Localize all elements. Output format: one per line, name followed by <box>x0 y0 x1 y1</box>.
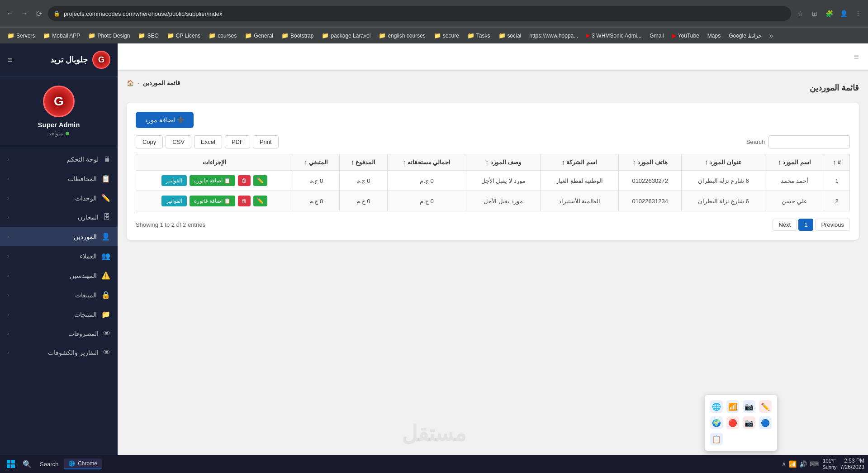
address-bar[interactable]: 🔒 projects.commacodes.com/wherehouse/pub… <box>48 6 791 21</box>
add-invoice-button[interactable]: 📋 اضافة فاتورة <box>190 196 236 206</box>
add-supplier-button[interactable]: ➕ اضافة مورد <box>136 112 194 128</box>
sidebar-item-provinces[interactable]: 📋 المحافظات ‹ <box>0 169 118 188</box>
bookmark-package-laravel[interactable]: 📁 package Laravel <box>318 31 374 40</box>
bookmark-courses[interactable]: 📁 courses <box>205 31 240 40</box>
start-button[interactable] <box>4 457 18 471</box>
sidebar-item-label: المبيعات <box>75 291 97 299</box>
cell-actions: الفواتير 📋 اضافة فاتورة 🗑 ✏️ <box>136 191 293 211</box>
tray-icon-blue[interactable]: 🔵 <box>759 416 772 429</box>
bookmark-cp-licens[interactable]: 📁 CP Licens <box>163 31 204 40</box>
bookmark-maps[interactable]: Maps <box>704 31 724 40</box>
bookmark-icon[interactable]: ☆ <box>794 7 806 20</box>
folder-icon: 📁 <box>167 32 174 39</box>
sidebar-item-dashboard[interactable]: 🖥 لوحة التحكم ‹ <box>0 150 118 169</box>
copy-button[interactable]: Copy <box>136 135 163 148</box>
folder-icon: 📁 <box>7 32 14 39</box>
reload-button[interactable]: ⟳ <box>33 7 45 20</box>
tray-chevron-icon[interactable]: ∧ <box>782 460 786 468</box>
tray-icon-globe[interactable]: 🌍 <box>710 416 723 429</box>
bookmark-hoppa[interactable]: https://www.hoppa... <box>526 31 582 40</box>
sidebar-item-suppliers[interactable]: 👤 الموردين ‹ <box>0 227 118 246</box>
breadcrumb-current: قائمة الموردين <box>143 80 180 86</box>
bookmark-whmsonic[interactable]: ▶ 3 WHMSonic Admi... <box>583 31 645 40</box>
sidebar-item-warehouses[interactable]: 🗄 المخازن ‹ <box>0 208 118 227</box>
cell-paid: 0 ج.م <box>339 191 387 211</box>
col-remaining: المتبقي ↕ <box>293 154 339 171</box>
invoices-button[interactable]: الفواتير <box>161 175 187 186</box>
tray-network-icon[interactable]: 📶 <box>789 460 797 468</box>
delete-button[interactable]: 🗑 <box>238 196 251 206</box>
tray-icon-camera[interactable]: 📷 <box>743 400 755 413</box>
bookmark-tasks[interactable]: 📁 Tasks <box>464 31 494 40</box>
tray-volume-icon[interactable]: 🔊 <box>799 460 807 468</box>
hamburger-icon[interactable]: ≡ <box>7 55 13 65</box>
forward-button[interactable]: → <box>18 7 31 20</box>
expenses-icon: 👁 <box>103 330 110 338</box>
bookmark-seo[interactable]: 📁 SEO <box>134 31 162 40</box>
bookmark-photo-design[interactable]: 📁 Photo Design <box>85 31 133 40</box>
tray-keyboard-icon[interactable]: ⌨ <box>810 460 819 468</box>
delete-button[interactable]: 🗑 <box>238 175 251 186</box>
search-taskbar-icon[interactable]: 🔍 <box>20 458 34 470</box>
tray-icon-edit[interactable]: ✏️ <box>759 400 772 413</box>
tray-icon-network[interactable]: 🌐 <box>710 400 723 413</box>
bookmark-general[interactable]: 📁 General <box>241 31 277 40</box>
sidebar-item-reports[interactable]: 👁 التقارير والكشوفات ‹ <box>0 343 118 362</box>
edit-button[interactable]: ✏️ <box>253 196 267 206</box>
col-name: اسم المورد ↕ <box>765 154 824 171</box>
invoices-button[interactable]: الفواتير <box>161 196 187 206</box>
tray-icon-clip[interactable]: 📋 <box>710 433 723 445</box>
search-input[interactable] <box>768 135 850 148</box>
tray-icon-bluetooth[interactable]: 📶 <box>726 400 739 413</box>
excel-button[interactable]: Excel <box>194 135 222 148</box>
customers-icon: 👥 <box>101 252 110 260</box>
bookmark-bootstrap[interactable]: 📁 Bootstrap <box>278 31 317 40</box>
sidebar-item-units[interactable]: ✏️ الوحدات ‹ <box>0 188 118 208</box>
weather-desc: Sunny <box>822 464 836 470</box>
bookmarks-more-button[interactable]: » <box>766 30 776 41</box>
edit-button[interactable]: ✏️ <box>253 175 267 186</box>
tab-icon[interactable]: ⊞ <box>808 7 821 20</box>
col-phone: هاتف المورد ↕ <box>618 154 682 171</box>
bookmark-english-courses[interactable]: 📁 english courses <box>375 31 429 40</box>
search-area: Search <box>746 135 850 148</box>
taskbar-browser-app[interactable]: 🌐 Chrome <box>64 459 102 469</box>
warehouses-icon: 🗄 <box>103 213 110 221</box>
chevron-icon: ‹ <box>7 330 9 337</box>
page-1-button[interactable]: 1 <box>798 219 813 231</box>
bookmark-google-haraet[interactable]: Google حرائط <box>725 31 765 40</box>
bookmark-social[interactable]: 📁 social <box>495 31 525 40</box>
folder-icon: 📁 <box>43 32 50 39</box>
bookmark-secure[interactable]: 📁 secure <box>430 31 463 40</box>
sidebar-item-products[interactable]: 📁 المنتجات ‹ <box>0 305 118 324</box>
back-button[interactable]: ← <box>4 7 16 20</box>
lock-icon: 🔒 <box>53 10 60 17</box>
url-text: projects.commacodes.com/wherehouse/publi… <box>64 10 786 17</box>
bookmark-youtube[interactable]: ▶ YouTube <box>669 31 703 40</box>
browser-actions: ☆ ⊞ 🧩 👤 ⋮ <box>794 7 864 20</box>
print-button[interactable]: Print <box>253 135 279 148</box>
tray-icon-red2[interactable]: 📷 <box>743 416 755 429</box>
taskbar-search-label[interactable]: Search <box>36 461 62 468</box>
bookmark-mobail[interactable]: 📁 Mobail APP <box>39 31 84 40</box>
topbar-hamburger-icon[interactable]: ≡ <box>854 52 859 62</box>
tray-icon-red1[interactable]: 🔴 <box>726 416 739 429</box>
col-company: اسم الشركة ↕ <box>541 154 619 171</box>
next-page-button[interactable]: Next <box>773 219 797 231</box>
breadcrumb-home-icon[interactable]: 🏠 <box>127 80 134 86</box>
extension-icon[interactable]: 🧩 <box>823 7 835 20</box>
bookmark-servers[interactable]: 📁 Servers <box>4 31 38 40</box>
sidebar-item-customers[interactable]: 👥 العملاء ‹ <box>0 246 118 266</box>
profile-icon[interactable]: 👤 <box>837 7 850 20</box>
sidebar-item-expenses[interactable]: 👁 المصروفات ‹ <box>0 324 118 343</box>
csv-button[interactable]: CSV <box>166 135 191 148</box>
sidebar-item-sales[interactable]: 🔒 المبيعات ‹ <box>0 285 118 305</box>
menu-icon[interactable]: ⋮ <box>852 7 864 20</box>
pdf-button[interactable]: PDF <box>225 135 250 148</box>
sidebar-item-engineers[interactable]: ⚠️ المهندسين ‹ <box>0 266 118 285</box>
avatar: G <box>43 86 75 117</box>
prev-page-button[interactable]: Previous <box>815 219 850 231</box>
main-layout: G جلوبال تريد ≡ G Super Admin متواجد 🖥 ل… <box>0 43 868 455</box>
bookmark-gmail[interactable]: Gmail <box>646 31 667 40</box>
add-invoice-button[interactable]: 📋 اضافة فاتورة <box>190 175 236 186</box>
